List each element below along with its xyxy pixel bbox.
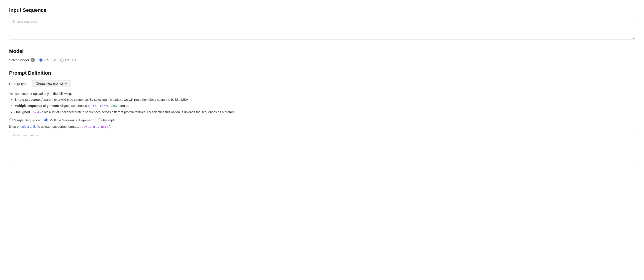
input-sequence-title: Input Sequence [9, 7, 635, 13]
comma2: , [109, 104, 110, 108]
multiple-sequence-label: Multiple Sequence Alignment [49, 118, 93, 122]
prompt-option[interactable]: Prompt [98, 118, 114, 122]
poet1-label: PoET-1 [65, 58, 77, 62]
bullet-multiple-bold: Multiple sequence alignment: [14, 104, 59, 108]
upload-suffix: to upload (supported formats: [38, 125, 80, 129]
single-sequence-radio[interactable] [9, 119, 13, 122]
bullet-multiple-sequence: Multiple sequence alignment: Aligned seq… [14, 104, 635, 109]
select-model-label: Select Model [9, 58, 29, 62]
upload-fa: .fa [90, 125, 95, 129]
bullet-single-sequence: Single sequence: A parent or a wild-type… [14, 97, 635, 102]
select-file-link[interactable]: select a file [21, 125, 36, 129]
upload-fasta: .fasta [98, 125, 108, 129]
csv-code: .csv [110, 104, 118, 108]
multiple-sequence-radio[interactable] [44, 119, 48, 122]
single-sequence-label: Single Sequence [14, 118, 40, 122]
fasta-code: .fasta [98, 104, 109, 108]
model-radio-group: PoET-2 PoET-1 [39, 58, 77, 62]
bullet-single-bold: Single sequence: [14, 98, 41, 101]
bullet-single-text: A parent or a wild-type sequence. By sel… [42, 98, 188, 101]
prompt-label: Prompt [103, 118, 114, 122]
upload-description: Drop or select a file to upload (support… [9, 125, 635, 129]
sequence-input[interactable] [9, 17, 635, 39]
single-sequence-option[interactable]: Single Sequence [9, 118, 40, 122]
prompt-definition-title: Prompt Definition [9, 70, 635, 76]
fa-code: .fa [91, 104, 96, 108]
create-new-prompt-button[interactable]: Create new prompt [32, 80, 71, 87]
poet1-option[interactable]: PoET-1 [60, 58, 77, 62]
poet1-radio[interactable] [60, 58, 64, 62]
model-label-row: Select Model i : PoET-2 PoET-1 [9, 58, 635, 62]
model-title: Model [9, 48, 635, 54]
poet2-radio[interactable] [39, 58, 43, 62]
sequences-textarea[interactable] [9, 131, 635, 167]
prompt-type-row: Prompt type: Create new prompt [9, 80, 635, 87]
bullet-unaligned-bold: Unaligned [14, 110, 31, 114]
poet2-label: PoET-2 [44, 58, 56, 62]
prompt-radio[interactable] [98, 119, 102, 122]
upload-text: Drop or [9, 125, 21, 129]
bullet-file-bold: file: [42, 110, 48, 114]
prompt-type-label: Prompt type: [9, 82, 28, 86]
description-block: You can enter or upload any of the follo… [9, 92, 635, 115]
bullet-unaligned: Unaligned .fasta file: A list of unalign… [14, 110, 635, 115]
prompt-definition-section: Prompt Definition Prompt type: Create ne… [9, 70, 635, 168]
info-icon[interactable]: i [31, 58, 35, 62]
description-intro: You can enter or upload any of the follo… [9, 92, 635, 96]
bullet-list: Single sequence: A parent or a wild-type… [9, 97, 635, 115]
sequence-type-row: Single Sequence Multiple Sequence Alignm… [9, 118, 635, 122]
input-sequence-section: Input Sequence [9, 7, 635, 40]
dropdown-button-label: Create new prompt [36, 82, 63, 85]
upload-csv: .csv [80, 125, 87, 129]
poet2-option[interactable]: PoET-2 [39, 58, 56, 62]
bullet-unaligned-text: A list of unaligned protein sequences ac… [49, 110, 234, 114]
upload-end: ). [109, 125, 111, 129]
chevron-down-icon [65, 83, 67, 84]
bullet-multiple-text: Aligned sequences in [60, 104, 91, 108]
formats-suffix: formats [118, 104, 129, 108]
fasta-code-2: .fasta [31, 111, 42, 114]
multiple-sequence-option[interactable]: Multiple Sequence Alignment [44, 118, 93, 122]
model-section: Model Select Model i : PoET-2 PoET-1 [9, 48, 635, 62]
